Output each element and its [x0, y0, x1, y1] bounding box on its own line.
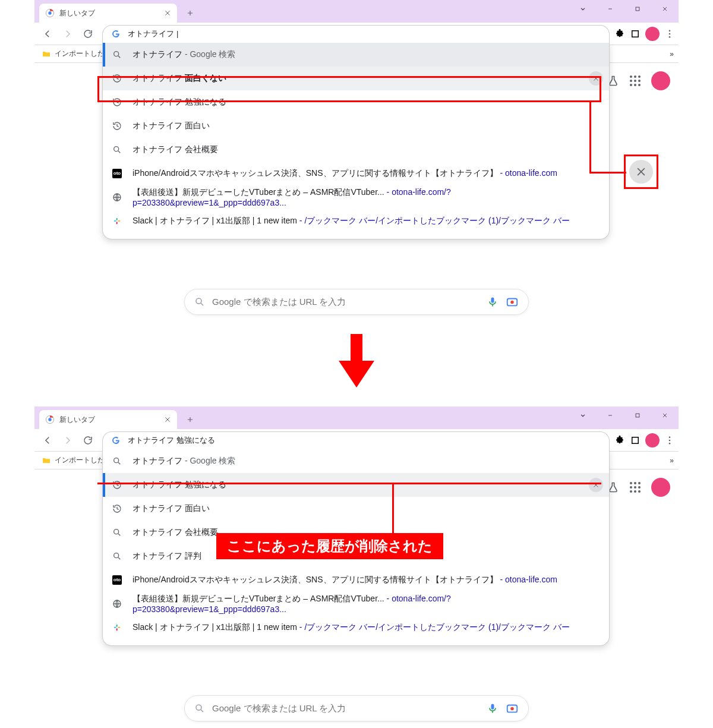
annotation-zoom-x [624, 155, 658, 189]
remove-suggestion-button[interactable] [589, 478, 603, 492]
sidepanel-icon[interactable] [630, 29, 641, 39]
folder-icon [42, 49, 51, 59]
suggestion-site[interactable]: oto iPhone/Androidスマホやキャッシュレス決済、SNS、アプリに… [103, 162, 609, 185]
forward-button[interactable] [58, 431, 77, 450]
maximize-button[interactable] [624, 0, 651, 18]
address-bar[interactable]: オトナライフ 勉強になる [102, 431, 610, 449]
forward-button[interactable] [58, 24, 77, 43]
bookmarks-overflow-icon[interactable]: » [670, 50, 674, 58]
chrome-icon [45, 415, 55, 424]
close-tab-icon[interactable] [164, 416, 171, 423]
tab-title: 新しいタブ [59, 415, 95, 425]
search-icon [112, 145, 122, 155]
chevron-down-icon[interactable] [569, 0, 597, 18]
extensions-icon[interactable] [614, 435, 625, 446]
globe-icon [112, 193, 122, 202]
reload-button[interactable] [78, 431, 97, 450]
close-icon-zoomed [629, 160, 653, 184]
address-bar[interactable]: オトナライフ [102, 25, 610, 43]
tab-title: 新しいタブ [59, 8, 95, 18]
close-window-button[interactable] [651, 406, 679, 424]
suggestion-history[interactable]: オトナライフ 勉強になる [103, 90, 609, 114]
close-window-button[interactable] [651, 0, 679, 18]
close-tab-icon[interactable] [164, 10, 171, 17]
suggestions-dropdown: オトナライフ - Google 検索 オトナライフ 面白くない オトナライフ 勉… [102, 43, 610, 239]
svg-rect-16 [116, 624, 118, 626]
account-avatar[interactable] [651, 71, 670, 90]
navigation-bar: オトナライフ 勉強になる オトナライフ - Google 検索 オトナライフ 勉… [34, 429, 679, 452]
suggestion-bookmark[interactable]: Slack | オトナライフ | x1出版部 | 1 new item - /ブ… [103, 616, 609, 639]
suggestion-history-highlighted[interactable]: オトナライフ 面白くない [103, 67, 609, 90]
reload-button[interactable] [78, 24, 97, 43]
browser-tab[interactable]: 新しいタブ [39, 4, 177, 23]
titlebar: 新しいタブ [34, 406, 679, 429]
down-arrow-annotation [339, 334, 374, 390]
annotation-label: ここにあった履歴が削除された [216, 533, 443, 559]
lens-search-icon[interactable] [506, 295, 519, 308]
chevron-down-icon[interactable] [569, 406, 597, 424]
remove-suggestion-button[interactable] [589, 71, 603, 86]
ntp-header-right [607, 71, 670, 90]
chrome-icon [45, 8, 55, 18]
suggestion-history-highlighted[interactable]: オトナライフ 勉強になる [103, 473, 609, 497]
ntp-search-placeholder: Google で検索または URL を入力 [212, 703, 479, 714]
svg-rect-14 [114, 626, 116, 628]
minimize-button[interactable] [597, 406, 624, 424]
search-icon [194, 297, 205, 307]
svg-rect-11 [116, 222, 118, 224]
navigation-bar: オトナライフ オトナライフ - Google 検索 オトナライフ 面白くない オ… [34, 23, 679, 45]
omnibox-value: オトナライフ [128, 29, 178, 39]
folder-icon [42, 456, 51, 465]
svg-rect-9 [118, 220, 120, 221]
browser-tab[interactable]: 新しいタブ [39, 410, 177, 429]
toolbar-right [614, 27, 675, 41]
back-button[interactable] [38, 24, 57, 43]
bookmarks-overflow-icon[interactable]: » [670, 456, 674, 465]
profile-avatar[interactable] [645, 27, 660, 41]
new-tab-button[interactable] [182, 5, 198, 21]
profile-avatar[interactable] [645, 433, 660, 447]
google-g-icon [111, 436, 121, 445]
svg-rect-17 [116, 628, 118, 631]
new-tab-button[interactable] [182, 411, 198, 428]
lens-search-icon[interactable] [506, 702, 519, 715]
account-avatar[interactable] [651, 478, 670, 497]
maximize-button[interactable] [624, 406, 651, 424]
ntp-search-box[interactable]: Google で検索または URL を入力 [184, 695, 529, 721]
history-icon [112, 97, 122, 107]
search-icon [112, 50, 122, 59]
suggestion-history[interactable]: オトナライフ 面白い [103, 497, 609, 521]
suggestion-search[interactable]: オトナライフ - Google 検索 [103, 43, 609, 67]
suggestion-history[interactable]: オトナライフ 面白い [103, 114, 609, 138]
svg-rect-8 [114, 220, 116, 221]
site-favicon: oto [112, 575, 122, 585]
apps-grid-icon[interactable] [630, 482, 641, 493]
ntp-header-right [607, 478, 670, 497]
suggestion-search[interactable]: オトナライフ - Google 検索 [103, 449, 609, 473]
svg-rect-10 [116, 218, 118, 220]
titlebar: 新しいタブ [34, 0, 679, 23]
history-icon [112, 121, 122, 131]
sidepanel-icon[interactable] [630, 435, 641, 446]
toolbar-right [614, 433, 675, 447]
back-button[interactable] [38, 431, 57, 450]
browser-window-before: 新しいタブ オトナライフ オトナライフ - Google 検索 [34, 0, 679, 317]
extensions-icon[interactable] [614, 29, 625, 39]
history-icon [112, 480, 122, 490]
globe-icon [112, 599, 122, 609]
voice-search-icon[interactable] [487, 296, 499, 308]
kebab-menu-icon[interactable] [664, 29, 675, 39]
suggestion-site[interactable]: 【表組後送】新規デビューしたVTuberまとめ – ASMR配信VTuber..… [103, 185, 609, 209]
minimize-button[interactable] [597, 0, 624, 18]
annotation-connector [589, 102, 591, 174]
apps-grid-icon[interactable] [630, 75, 641, 86]
suggestion-site[interactable]: oto iPhone/Androidスマホやキャッシュレス決済、SNS、アプリに… [103, 568, 609, 592]
suggestion-bookmark[interactable]: Slack | オトナライフ | x1出版部 | 1 new item - /ブ… [103, 209, 609, 233]
suggestion-site[interactable]: 【表組後送】新規デビューしたVTuberまとめ – ASMR配信VTuber..… [103, 592, 609, 616]
ntp-search-box[interactable]: Google で検索または URL を入力 [184, 289, 529, 315]
svg-rect-15 [118, 626, 120, 628]
kebab-menu-icon[interactable] [664, 435, 675, 446]
voice-search-icon[interactable] [487, 702, 499, 714]
search-icon [112, 551, 122, 561]
suggestion-search[interactable]: オトナライフ 会社概要 [103, 138, 609, 162]
